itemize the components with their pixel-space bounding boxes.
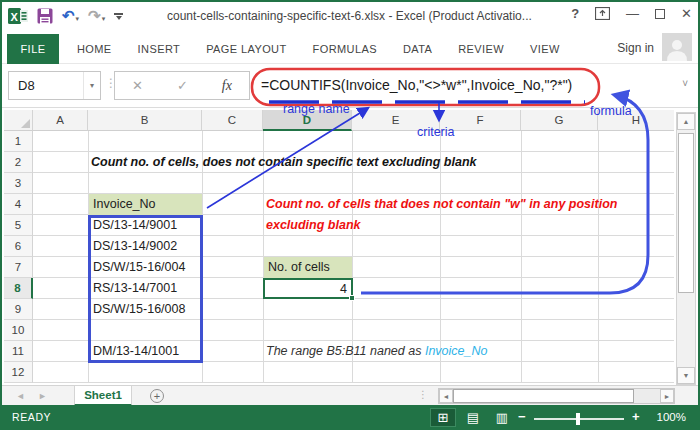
- sheet-tab-sheet1[interactable]: Sheet1: [74, 386, 132, 406]
- zoom-level[interactable]: 100%: [657, 411, 686, 423]
- row-header-2[interactable]: 2: [4, 152, 33, 173]
- row-header-10[interactable]: 10: [4, 320, 33, 341]
- zoom-in-icon[interactable]: +: [632, 409, 640, 424]
- status-bar: READY ⊞ ▤ ▥ − + 100%: [2, 405, 698, 430]
- row-header-12[interactable]: 12: [4, 362, 33, 383]
- add-sheet-icon[interactable]: +: [150, 389, 164, 403]
- col-header-d[interactable]: D: [263, 110, 352, 131]
- col-header-e[interactable]: E: [352, 110, 440, 131]
- formula-bar: D8 ▾ ⋮ ✕ ✓ fx =COUNTIFS(Invoice_No,"<>*w…: [2, 64, 698, 108]
- range-note-prefix: The range B5:B11 naned as: [266, 344, 425, 358]
- worksheet-grid: A B C D E F G H 1 2 3 4 5 6 7 8 9 10 11 …: [4, 110, 674, 383]
- quick-access-toolbar: X ↶▾ ↷▾: [8, 5, 123, 27]
- undo-icon: ↶: [62, 7, 75, 24]
- page-layout-view-icon[interactable]: ▤: [460, 408, 486, 427]
- help-icon[interactable]: ?: [571, 6, 579, 21]
- normal-view-icon[interactable]: ⊞: [430, 408, 456, 427]
- tab-review[interactable]: REVIEW: [445, 43, 517, 55]
- page-break-view-icon[interactable]: ▥: [489, 408, 515, 427]
- maximize-icon[interactable]: [655, 9, 665, 19]
- title-bar: X ↶▾ ↷▾ count-cells-containing-specific-…: [2, 2, 698, 30]
- range-note-name: Invoice_No: [425, 344, 488, 358]
- close-icon[interactable]: ✕: [681, 6, 692, 21]
- row-header-8[interactable]: 8: [4, 278, 33, 299]
- sheet-tab-bar: ◄ ► Sheet1 + ⋮ ◄ ►: [2, 385, 698, 405]
- red-note-line1: Count no. of cells that does not contain…: [266, 194, 617, 215]
- row-header-7[interactable]: 7: [4, 257, 33, 278]
- named-range-border: [88, 215, 203, 363]
- undo-button[interactable]: ↶▾: [62, 7, 79, 25]
- horizontal-scrollbar[interactable]: ◄ ►: [438, 388, 675, 404]
- fill-handle[interactable]: [349, 295, 355, 301]
- svg-text:X: X: [11, 11, 19, 23]
- redo-button[interactable]: ↷▾: [88, 7, 105, 25]
- row-header-1[interactable]: 1: [4, 131, 33, 152]
- col-header-c[interactable]: C: [202, 110, 263, 131]
- undo-dropdown-icon[interactable]: ▾: [76, 15, 80, 22]
- sheet-next-icon[interactable]: ►: [38, 391, 47, 401]
- minimize-icon[interactable]: —: [626, 6, 639, 21]
- col-header-a[interactable]: A: [33, 110, 88, 131]
- row-header-9[interactable]: 9: [4, 299, 33, 320]
- tab-view[interactable]: VIEW: [517, 43, 573, 55]
- sign-in-button[interactable]: Sign in: [617, 41, 654, 55]
- tab-page-layout[interactable]: PAGE LAYOUT: [193, 43, 299, 55]
- status-mode: READY: [12, 411, 51, 423]
- cell-d11-range-note[interactable]: The range B5:B11 naned as Invoice_No: [266, 341, 487, 362]
- tab-insert[interactable]: INSERT: [125, 43, 194, 55]
- gridline: [521, 131, 522, 383]
- vertical-scrollbar[interactable]: ▲ ▼: [676, 112, 696, 385]
- col-header-f[interactable]: F: [440, 110, 521, 131]
- col-header-g[interactable]: G: [521, 110, 598, 131]
- col-header-b[interactable]: B: [88, 110, 202, 131]
- vscroll-down-icon[interactable]: ▼: [677, 367, 695, 384]
- name-box-value[interactable]: D8: [9, 78, 83, 93]
- cell-b2-title-note[interactable]: Count no. of cells, does not contain spe…: [91, 152, 476, 173]
- name-box[interactable]: D8 ▾: [8, 71, 101, 100]
- vscroll-up-icon[interactable]: ▲: [677, 113, 695, 130]
- customize-quick-access-icon[interactable]: [114, 13, 123, 20]
- formula-bar-expand-icon[interactable]: ˅: [682, 78, 688, 89]
- row-header-6[interactable]: 6: [4, 236, 33, 257]
- row-header-4[interactable]: 4: [4, 194, 33, 215]
- zoom-out-icon[interactable]: −: [518, 409, 526, 424]
- window-title: count-cells-containing-specific-text-6.x…: [167, 9, 532, 23]
- ribbon-tab-row: FILE HOME INSERT PAGE LAYOUT FORMULAS DA…: [2, 31, 698, 64]
- avatar[interactable]: [662, 33, 692, 61]
- tab-data[interactable]: DATA: [390, 43, 445, 55]
- person-icon: [666, 37, 688, 61]
- cancel-icon[interactable]: ✕: [132, 78, 143, 93]
- tab-formulas[interactable]: FORMULAS: [300, 43, 390, 55]
- sheet-prev-icon[interactable]: ◄: [16, 391, 25, 401]
- hscroll-left-icon[interactable]: ◄: [439, 389, 453, 403]
- col-header-h[interactable]: H: [598, 110, 674, 131]
- name-box-dropdown-icon[interactable]: ▾: [83, 72, 100, 99]
- row-header-5[interactable]: 5: [4, 215, 33, 236]
- ribbon-display-options-icon[interactable]: [595, 7, 610, 20]
- row-header-3[interactable]: 3: [4, 173, 33, 194]
- hscroll-right-icon[interactable]: ►: [660, 389, 674, 403]
- hscroll-thumb[interactable]: [453, 389, 634, 403]
- select-all-corner[interactable]: [4, 110, 33, 131]
- zoom-slider-handle[interactable]: [576, 413, 580, 425]
- redo-dropdown-icon[interactable]: ▾: [102, 15, 106, 22]
- gridline: [598, 131, 599, 383]
- insert-function-icon[interactable]: fx: [222, 78, 232, 94]
- cell-d8-selected[interactable]: 4: [263, 278, 353, 299]
- formula-input[interactable]: =COUNTIFS(Invoice_No,"<>*w*",Invoice_No,…: [261, 77, 572, 93]
- excel-logo-icon: X: [8, 7, 28, 25]
- cell-b4-invoice-header[interactable]: Invoice_No: [89, 194, 202, 215]
- vscroll-thumb[interactable]: [678, 133, 694, 293]
- tab-home[interactable]: HOME: [64, 43, 125, 55]
- row-header-11[interactable]: 11: [4, 341, 33, 362]
- red-note-line2: excluding blank: [266, 215, 360, 236]
- redo-icon: ↷: [88, 7, 101, 24]
- enter-icon[interactable]: ✓: [177, 78, 188, 93]
- tabbar-separator-dots: ⋮: [418, 389, 428, 400]
- excel-window: X ↶▾ ↷▾ count-cells-containing-specific-…: [0, 0, 700, 430]
- result-value: 4: [340, 282, 347, 296]
- save-icon[interactable]: [37, 8, 53, 24]
- cell-d7-result-header[interactable]: No. of cells: [264, 257, 352, 278]
- tab-file[interactable]: FILE: [7, 34, 59, 64]
